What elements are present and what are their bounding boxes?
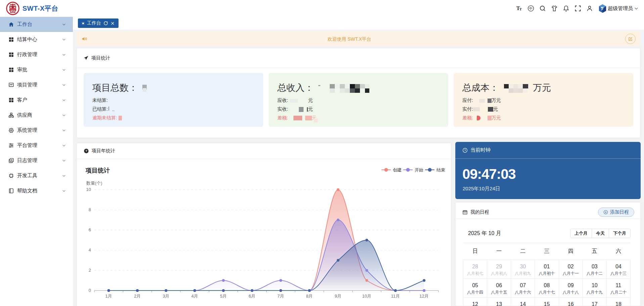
svg-text:8月: 8月 [306, 294, 313, 299]
svg-text:4: 4 [89, 247, 91, 253]
svg-text:3月: 3月 [163, 294, 169, 299]
svg-text:数量(个): 数量(个) [86, 181, 102, 186]
svg-text:6月: 6月 [249, 294, 256, 299]
svg-text:结束: 结束 [436, 167, 445, 173]
svg-text:10月: 10月 [362, 294, 371, 299]
svg-text:2月: 2月 [134, 294, 141, 299]
svg-text:开始: 开始 [415, 167, 423, 173]
svg-text:8: 8 [89, 207, 91, 212]
svg-text:10: 10 [86, 187, 91, 192]
svg-text:4月: 4月 [191, 294, 198, 299]
svg-text:创建: 创建 [393, 167, 402, 173]
svg-text:0: 0 [89, 288, 91, 293]
svg-text:7月: 7月 [277, 294, 284, 299]
svg-text:中: 中 [529, 7, 533, 10]
svg-text:T: T [519, 7, 522, 11]
svg-text:1月: 1月 [105, 294, 112, 299]
svg-text:11月: 11月 [391, 294, 400, 299]
svg-text:9月: 9月 [335, 294, 341, 299]
svg-text:项目统计: 项目统计 [85, 167, 110, 174]
svg-text:6: 6 [89, 227, 91, 232]
svg-text:12月: 12月 [419, 294, 428, 299]
svg-text:5月: 5月 [220, 294, 227, 299]
svg-text:?: ? [85, 149, 87, 153]
svg-text:2: 2 [89, 268, 91, 273]
